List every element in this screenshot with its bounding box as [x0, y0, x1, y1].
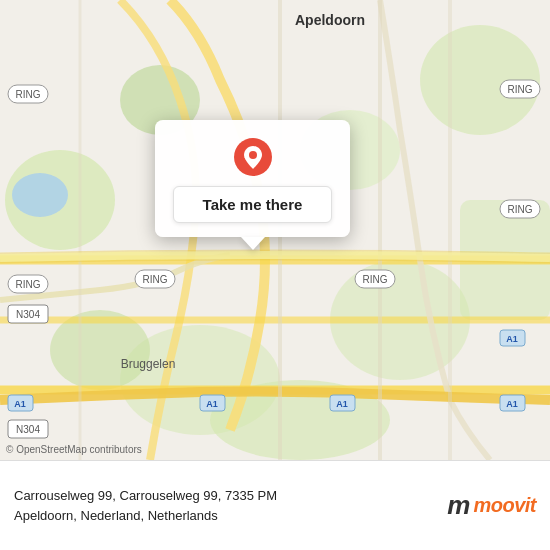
- svg-text:RING: RING: [143, 274, 168, 285]
- svg-text:A1: A1: [206, 399, 218, 409]
- city-label: Apeldoorn: [295, 12, 365, 28]
- moovit-logo: m moovit: [447, 490, 536, 521]
- svg-text:A1: A1: [14, 399, 26, 409]
- svg-point-47: [249, 151, 257, 159]
- svg-point-10: [12, 173, 68, 217]
- take-me-there-button[interactable]: Take me there: [173, 186, 332, 223]
- svg-text:N304: N304: [16, 424, 40, 435]
- svg-text:Bruggelen: Bruggelen: [121, 357, 176, 371]
- map-view[interactable]: Apeldoorn RING RING RING RING RING RING …: [0, 0, 550, 460]
- address-block: Carrouselweg 99, Carrouselweg 99, 7335 P…: [14, 486, 447, 525]
- svg-text:RING: RING: [16, 279, 41, 290]
- svg-text:RING: RING: [508, 204, 533, 215]
- svg-text:© OpenStreetMap contributors: © OpenStreetMap contributors: [6, 444, 142, 455]
- moovit-wordmark: moovit: [473, 494, 536, 517]
- svg-text:A1: A1: [506, 399, 518, 409]
- address-text: Carrouselweg 99, Carrouselweg 99, 7335 P…: [14, 488, 277, 523]
- svg-text:RING: RING: [363, 274, 388, 285]
- location-popup: Take me there: [155, 120, 350, 237]
- bottom-bar: Carrouselweg 99, Carrouselweg 99, 7335 P…: [0, 460, 550, 550]
- svg-text:A1: A1: [506, 334, 518, 344]
- svg-text:RING: RING: [508, 84, 533, 95]
- svg-text:N304: N304: [16, 309, 40, 320]
- svg-text:RING: RING: [16, 89, 41, 100]
- moovit-m-letter: m: [447, 490, 470, 521]
- location-pin-icon: [234, 138, 272, 176]
- svg-text:A1: A1: [336, 399, 348, 409]
